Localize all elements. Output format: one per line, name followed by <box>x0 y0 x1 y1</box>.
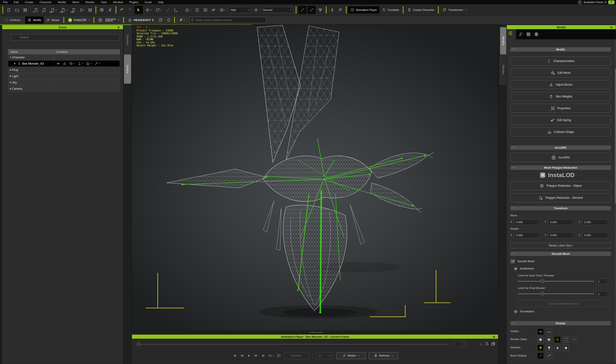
column-name[interactable]: Name <box>8 51 54 53</box>
collapsed-triangle-icon[interactable]: ▶ <box>9 81 12 83</box>
close-icon[interactable]: ⊗ <box>117 26 120 29</box>
chevron-down-icon[interactable]: ▾ <box>55 9 56 11</box>
move-x-spinner[interactable]: 0.000▲▼ <box>514 219 542 225</box>
shadow-none-button[interactable] <box>563 345 569 351</box>
chevron-down-icon[interactable]: ▾ <box>160 9 161 11</box>
modify-panel-header[interactable]: Modify ⊗ <box>507 25 616 29</box>
proportion-button[interactable]: Proportion <box>510 104 611 113</box>
tab-content[interactable]: Content <box>124 25 131 54</box>
collapse-icon[interactable]: – <box>513 321 514 325</box>
render-state-wireframe-button[interactable] <box>554 337 561 343</box>
fit-all-button[interactable] <box>202 6 209 13</box>
rotate-y-value[interactable]: 0.000 <box>549 233 572 238</box>
collapse-icon[interactable]: – <box>513 47 514 51</box>
pivot-tool-button[interactable] <box>172 6 180 13</box>
section-smooth-mesh[interactable]: –Smooth Mesh <box>510 252 611 256</box>
section-mesh-reduction[interactable]: –Mesh Polygon Reduction <box>510 166 611 170</box>
save-project-button[interactable] <box>22 6 29 13</box>
characterization-button[interactable]: Characterization <box>510 56 611 65</box>
motion-button[interactable]: Motion▾ <box>336 352 366 359</box>
render-state-bounds-button[interactable] <box>563 337 569 343</box>
move-y-spinner[interactable]: 0.000▲▼ <box>548 219 576 225</box>
adjust-bones-button[interactable]: Adjust Bones <box>510 80 611 89</box>
menu-modify[interactable]: Modify <box>55 1 69 4</box>
tree-row-prop[interactable]: ▶ Prop <box>8 67 120 73</box>
menu-script[interactable]: Script <box>141 1 154 4</box>
level-final-value[interactable]: 1 <box>596 291 606 297</box>
export-fbx-button[interactable]: FBX▾ <box>59 6 69 13</box>
animation-player-header[interactable]: Animation Player : Bee Monster_A3 - Curr… <box>132 335 498 339</box>
orbit-camera-button[interactable] <box>210 6 217 13</box>
reset-zero-out-button[interactable]: Reset ( Zero Out ) <box>510 242 611 248</box>
spin-up-icon[interactable]: ▲ <box>606 279 610 282</box>
realtime-button[interactable]: Realtime <box>284 352 309 359</box>
undo-button[interactable]: ↶ <box>118 6 125 13</box>
menu-edit[interactable]: Edit <box>11 1 22 4</box>
scale-tool-button[interactable] <box>164 6 171 13</box>
spin-down-icon[interactable]: ▼ <box>572 235 576 238</box>
visible-off-button[interactable] <box>546 328 552 335</box>
export-obj-button[interactable]: OBJ▾ <box>49 6 58 13</box>
physics-group-button[interactable] <box>317 6 324 13</box>
modify-mode-button[interactable]: Modify <box>25 16 44 24</box>
runner-pin-icon[interactable] <box>518 32 523 37</box>
level-preview-spinner[interactable]: 1▲▼ <box>596 279 610 284</box>
export-usd-button[interactable]: USD <box>70 6 77 13</box>
new-project-button[interactable] <box>5 6 12 13</box>
physics-atom-icon[interactable] <box>534 32 539 37</box>
expanded-triangle-icon[interactable]: ▼ <box>9 56 12 58</box>
caption-bubble-icon[interactable] <box>277 354 281 358</box>
spin-down-icon[interactable]: ▼ <box>606 294 610 297</box>
close-icon[interactable]: ⊗ <box>493 335 495 338</box>
menu-window[interactable]: Window <box>110 1 126 4</box>
collapse-icon[interactable]: – <box>513 206 514 209</box>
scene-panel-header[interactable]: Scene ⊗ <box>2 25 123 29</box>
scrollbar-thumb[interactable] <box>615 68 616 204</box>
chevron-down-icon[interactable]: ▾ <box>359 355 359 357</box>
chevron-down-icon[interactable]: ▾ <box>99 63 100 65</box>
conform-button[interactable]: Conform <box>3 16 21 24</box>
collapsed-triangle-icon[interactable]: ▶ <box>9 75 12 77</box>
active-modify-tab[interactable] <box>508 31 513 36</box>
spin-down-icon[interactable]: ▼ <box>607 222 610 225</box>
spin-down-icon[interactable]: ▼ <box>538 222 541 225</box>
tab-render[interactable]: Render <box>500 55 506 84</box>
chevron-down-icon[interactable]: ▾ <box>225 9 226 11</box>
move-z-spinner[interactable]: 0.000▲▼ <box>582 219 610 225</box>
instalod-menu-button[interactable]: InstaLOD▾ <box>66 16 92 24</box>
chevron-down-icon[interactable]: ▾ <box>66 9 67 11</box>
level-preview-slider[interactable] <box>518 279 594 284</box>
menu-file[interactable]: File <box>0 1 11 4</box>
section-accurig[interactable]: –AccuRIG <box>510 145 611 150</box>
section-transform[interactable]: –Transform <box>510 206 611 210</box>
visible-eye-icon[interactable] <box>56 62 60 65</box>
menu-mesh[interactable]: Mesh <box>69 1 82 4</box>
spin-up-icon[interactable]: ▲ <box>462 341 466 344</box>
tree-row-sky[interactable]: ▶ Sky <box>8 79 120 86</box>
chevron-down-icon[interactable]: ▾ <box>190 9 191 11</box>
headshot-panels-button[interactable] <box>157 16 164 24</box>
slider-thumb[interactable] <box>541 280 544 283</box>
spring-curve-ball-button[interactable] <box>308 6 316 14</box>
spin-down-icon[interactable]: ▼ <box>462 344 466 347</box>
rotate-y-spinner[interactable]: 0.000▲▼ <box>548 232 576 238</box>
fit-vertical-button[interactable] <box>193 6 201 13</box>
spin-up-icon[interactable]: ▲ <box>607 220 610 222</box>
tree-row-light[interactable]: ▶ Light <box>8 73 120 79</box>
quality-dropdown[interactable]: High▾ <box>229 7 251 13</box>
chevron-down-icon[interactable]: ▾ <box>74 63 75 65</box>
play-icon[interactable] <box>247 354 251 357</box>
open-project-button[interactable] <box>13 6 21 13</box>
spring-curve-button[interactable] <box>298 6 307 14</box>
pose-character-button[interactable] <box>329 6 336 13</box>
render-mode-dropdown[interactable]: General▾ <box>261 7 293 13</box>
slider-thumb[interactable] <box>541 292 544 295</box>
tree-row-character[interactable]: ▼ Character <box>8 54 120 61</box>
create-character-button[interactable]: Create Character <box>405 6 436 13</box>
collapse-icon[interactable]: – <box>513 252 514 255</box>
frame-value[interactable]: 0 <box>452 341 462 347</box>
render-state-solid-button[interactable] <box>537 337 544 343</box>
spin-down-icon[interactable]: ▼ <box>606 282 610 284</box>
redo-button[interactable]: ↷ <box>126 6 134 13</box>
select-tool-button[interactable] <box>135 6 143 14</box>
